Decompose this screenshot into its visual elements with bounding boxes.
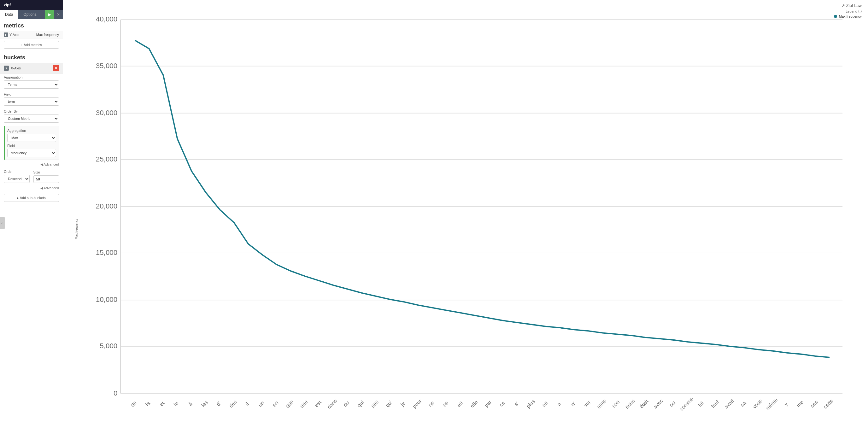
svg-text:10,000: 10,000 [96, 295, 118, 304]
order-by-group: Order By Custom Metric Alphabetical Coun… [0, 107, 63, 125]
order-group: Order Descending Ascending [4, 170, 30, 183]
add-metrics-button[interactable]: + Add metrics [4, 41, 59, 49]
bucket-label: ▼ X-Axis [4, 66, 21, 71]
svg-text:qu': qu' [384, 399, 393, 408]
svg-text:ses: ses [809, 399, 819, 409]
svg-text:du: du [342, 400, 350, 408]
svg-text:un: un [257, 400, 265, 408]
y-axis-row: ▶ Y-Axis Max frequency [0, 31, 63, 38]
left-panel: zipf Data Options ▶ ✕ metrics ▶ Y-Axis M… [0, 0, 63, 446]
aggregation-label: Aggregation [4, 75, 59, 79]
svg-text:il: il [244, 401, 250, 407]
delete-bucket-button[interactable]: ✕ [53, 65, 59, 71]
svg-text:ce: ce [498, 400, 506, 408]
zipf-chart: 0 5,000 10,000 15,000 20,000 25,000 30,0… [82, 6, 856, 445]
aggregation-select[interactable]: Terms Histogram Date Histogram Range [4, 81, 59, 89]
svg-text:n': n' [569, 400, 576, 407]
x-axis-label: X-Axis [11, 66, 21, 70]
svg-text:me: me [796, 399, 805, 409]
svg-text:qui: qui [356, 399, 365, 408]
svg-text:5,000: 5,000 [100, 342, 117, 350]
tab-actions: ▶ ✕ [45, 10, 63, 19]
svg-text:mais: mais [595, 398, 607, 409]
svg-text:par: par [483, 399, 493, 409]
svg-text:25,000: 25,000 [96, 155, 118, 163]
advanced-link-1[interactable]: ◀ Advanced [0, 161, 63, 168]
svg-text:son: son [611, 399, 620, 409]
svg-text:ou: ou [668, 400, 677, 408]
svg-text:le: le [173, 400, 180, 407]
svg-text:nous: nous [624, 398, 636, 410]
sub-field-group: Field frequency term count [7, 144, 56, 157]
order-label: Order [4, 170, 30, 173]
field-group: Field term frequency timestamp [0, 91, 63, 107]
svg-text:d': d' [215, 400, 222, 407]
field-label: Field [4, 92, 59, 96]
svg-text:tout: tout [710, 399, 720, 409]
sub-aggregation-group: Aggregation Max Min Avg Sum [7, 129, 56, 142]
svg-text:se: se [441, 400, 450, 408]
size-group: Size [33, 170, 59, 183]
order-select[interactable]: Descending Ascending [4, 175, 30, 183]
svg-text:0: 0 [114, 389, 118, 397]
svg-text:40,000: 40,000 [96, 15, 118, 23]
svg-text:pas: pas [370, 399, 379, 409]
svg-text:ne: ne [427, 400, 436, 408]
tab-data[interactable]: Data [0, 10, 18, 19]
order-size-row: Order Descending Ascending Size [0, 168, 63, 185]
svg-text:sa: sa [739, 400, 747, 408]
svg-text:à: à [187, 401, 194, 407]
sub-field-select[interactable]: frequency term count [7, 149, 56, 157]
svg-text:des: des [228, 399, 238, 409]
svg-text:une: une [299, 399, 309, 409]
svg-text:la: la [144, 400, 151, 407]
metrics-title: metrics [0, 19, 63, 31]
svg-text:30,000: 30,000 [96, 109, 118, 117]
tab-options[interactable]: Options [18, 10, 42, 19]
svg-text:35,000: 35,000 [96, 62, 118, 70]
svg-text:plus: plus [525, 399, 536, 409]
svg-text:s': s' [513, 401, 520, 407]
order-by-select[interactable]: Custom Metric Alphabetical Count [4, 115, 59, 123]
close-button[interactable]: ✕ [54, 10, 63, 19]
svg-text:en: en [271, 400, 279, 408]
advanced-link-2[interactable]: ◀ Advanced [0, 185, 63, 191]
sub-aggregation-select[interactable]: Max Min Avg Sum [7, 134, 56, 142]
size-label: Size [33, 170, 59, 174]
svg-text:que: que [284, 399, 294, 409]
svg-text:on: on [540, 400, 549, 408]
y-axis-value: Max frequency [36, 33, 59, 37]
add-sub-buckets-button[interactable]: ▸ Add sub-buckets [4, 194, 59, 202]
field-select[interactable]: term frequency timestamp [4, 97, 59, 106]
y-axis-icon: ▶ [4, 32, 8, 37]
svg-text:et: et [158, 400, 165, 408]
app-title: zipf [0, 0, 63, 10]
svg-text:dans: dans [326, 398, 338, 410]
sub-aggregation-label: Aggregation [7, 129, 56, 132]
svg-text:avait: avait [723, 398, 735, 409]
svg-text:est: est [313, 399, 322, 408]
buckets-title: buckets [0, 51, 63, 63]
svg-text:comme: comme [678, 396, 694, 412]
order-by-label: Order By [4, 109, 59, 113]
chart-area: Max frequency term: Descending 0 5,000 1… [63, 0, 868, 446]
size-input[interactable] [33, 176, 59, 183]
svg-text:cette: cette [822, 398, 834, 410]
svg-text:20,000: 20,000 [96, 202, 118, 210]
svg-text:pour: pour [411, 398, 423, 409]
collapse-panel-button[interactable]: ‹ [0, 217, 5, 229]
play-button[interactable]: ▶ [45, 10, 54, 19]
right-panel: ↗ Zipf Law Legend ⓘ Max frequency Max fr… [63, 0, 868, 446]
svg-text:au: au [456, 400, 464, 408]
svg-text:y: y [783, 401, 789, 407]
svg-text:même: même [765, 397, 779, 411]
sub-field-label: Field [7, 144, 56, 148]
y-axis-chart-label: Max frequency [75, 219, 78, 240]
svg-text:lui: lui [697, 400, 704, 408]
sub-aggregation-box: Aggregation Max Min Avg Sum Field freque… [4, 126, 59, 160]
bucket-chevron-icon[interactable]: ▼ [4, 66, 9, 71]
svg-text:je: je [399, 400, 406, 407]
y-axis-text: Y-Axis [9, 33, 19, 37]
svg-text:était: était [639, 398, 649, 409]
bucket-header: ▼ X-Axis ✕ [0, 63, 63, 73]
